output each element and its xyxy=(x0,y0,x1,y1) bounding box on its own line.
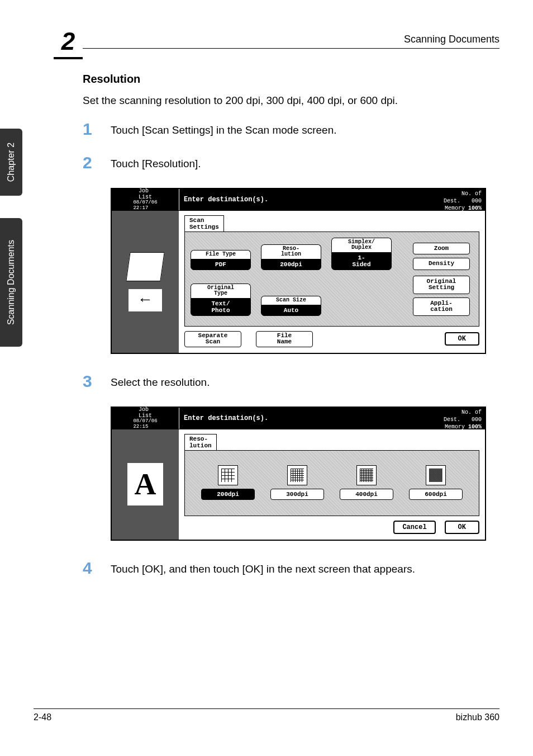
running-header: Scanning Documents xyxy=(404,34,499,45)
step-3-number: 3 xyxy=(83,373,111,390)
step-1-number: 1 xyxy=(83,121,111,138)
job-list-datetime: 08/07/06 22:17 xyxy=(133,200,157,211)
res-300-label: 300dpi xyxy=(270,489,324,500)
file-type-label: File Type xyxy=(191,250,251,259)
resolution-label: Reso- lution xyxy=(261,244,321,259)
job-list-label-2: Job List xyxy=(139,407,152,419)
resolution-screenshot: Job List 08/07/06 22:15 Enter destinatio… xyxy=(111,407,486,541)
no-of-dest-value: 000 xyxy=(472,198,482,204)
job-list-button[interactable]: Job List 08/07/06 22:17 xyxy=(112,189,179,210)
separate-scan-button[interactable]: Separate Scan xyxy=(184,331,241,347)
zoom-button[interactable]: Zoom xyxy=(413,243,470,255)
section-heading: Resolution xyxy=(83,73,499,86)
preview-column-2: A xyxy=(112,429,179,540)
job-list-label: Job List xyxy=(139,188,152,200)
original-setting-button[interactable]: Original Setting xyxy=(413,276,470,294)
simplex-value: 1- Sided xyxy=(331,252,392,270)
res-600-label: 600dpi xyxy=(409,489,463,500)
side-tab-section-label: Scanning Documents xyxy=(6,240,16,325)
header-message-2: Enter destination(s). xyxy=(179,408,394,429)
no-of-dest-value-2: 000 xyxy=(472,417,482,423)
preview-column: ← xyxy=(112,211,179,353)
scan-size-label: Scan Size xyxy=(261,296,321,305)
step-2: 2 Touch [Resolution]. xyxy=(83,154,499,171)
footer-page-number: 2-48 xyxy=(34,712,51,722)
header-status-2: No. of Dest. 000 Memory 100% xyxy=(394,408,485,429)
header-rule xyxy=(83,48,499,49)
job-list-datetime-2: 08/07/06 22:15 xyxy=(133,419,157,430)
resolution-600dpi[interactable]: 600dpi xyxy=(409,465,463,500)
step-2-number: 2 xyxy=(83,154,111,171)
ok-button[interactable]: OK xyxy=(445,332,479,346)
original-type-value: Text/ Photo xyxy=(191,298,251,316)
application-button[interactable]: Appli- cation xyxy=(413,297,470,316)
original-type-button[interactable]: Original Type Text/ Photo xyxy=(191,284,251,316)
original-type-label: Original Type xyxy=(191,284,251,298)
header-status: No. of Dest. 000 Memory 100% xyxy=(394,189,485,210)
resolution-300dpi[interactable]: 300dpi xyxy=(270,465,324,500)
scan-size-button[interactable]: Scan Size Auto xyxy=(261,296,321,316)
step-4-number: 4 xyxy=(83,560,111,577)
step-4: 4 Touch [OK], and then touch [OK] in the… xyxy=(83,560,499,577)
letter-a-preview-icon: A xyxy=(127,463,163,505)
resolution-value: 200dpi xyxy=(261,259,321,270)
cancel-button[interactable]: Cancel xyxy=(393,521,435,534)
grid-coarse-icon xyxy=(218,465,238,485)
header-message: Enter destination(s). xyxy=(179,189,394,210)
simplex-duplex-button[interactable]: Simplex/ Duplex 1- Sided xyxy=(331,238,392,270)
res-400-label: 400dpi xyxy=(340,489,393,500)
step-2-text: Touch [Resolution]. xyxy=(111,154,201,170)
scan-size-value: Auto xyxy=(261,305,321,316)
footer-product: bizhub 360 xyxy=(456,712,499,722)
resolution-200dpi[interactable]: 200dpi xyxy=(201,465,255,500)
ok-button-2[interactable]: OK xyxy=(445,521,479,534)
page-footer: 2-48 bizhub 360 xyxy=(34,708,499,722)
grid-fine-icon xyxy=(356,465,377,485)
step-3: 3 Select the resolution. xyxy=(83,373,499,390)
scan-settings-screenshot: Job List 08/07/06 22:17 Enter destinatio… xyxy=(111,188,486,354)
scan-settings-tab[interactable]: Scan Settings xyxy=(184,215,224,231)
chapter-number: 2 xyxy=(54,28,83,59)
intro-text: Set the scanning resolution to 200 dpi, … xyxy=(83,93,499,108)
step-3-text: Select the resolution. xyxy=(111,373,210,389)
document-preview-icon xyxy=(126,252,164,281)
job-list-button-2[interactable]: Job List 08/07/06 22:15 xyxy=(112,408,179,429)
side-tab-section: Scanning Documents xyxy=(0,218,22,347)
resolution-tab: Reso- lution xyxy=(184,434,217,450)
side-tab-chapter-label: Chapter 2 xyxy=(6,143,16,182)
file-type-button[interactable]: File Type PDF xyxy=(191,250,251,270)
file-type-value: PDF xyxy=(191,259,251,270)
density-button[interactable]: Density xyxy=(413,258,470,270)
back-arrow-icon[interactable]: ← xyxy=(129,289,162,311)
file-name-button[interactable]: File Name xyxy=(256,331,313,347)
side-tab-chapter: Chapter 2 xyxy=(0,129,22,196)
step-1: 1 Touch [Scan Settings] in the Scan mode… xyxy=(83,121,499,138)
step-4-text: Touch [OK], and then touch [OK] in the n… xyxy=(111,560,415,575)
resolution-button[interactable]: Reso- lution 200dpi xyxy=(261,244,321,270)
grid-med-icon xyxy=(287,465,307,485)
step-1-text: Touch [Scan Settings] in the Scan mode s… xyxy=(111,121,337,136)
resolution-400dpi[interactable]: 400dpi xyxy=(340,465,393,500)
grid-finest-icon xyxy=(426,465,446,485)
simplex-label: Simplex/ Duplex xyxy=(331,238,392,252)
res-200-label: 200dpi xyxy=(201,489,255,500)
